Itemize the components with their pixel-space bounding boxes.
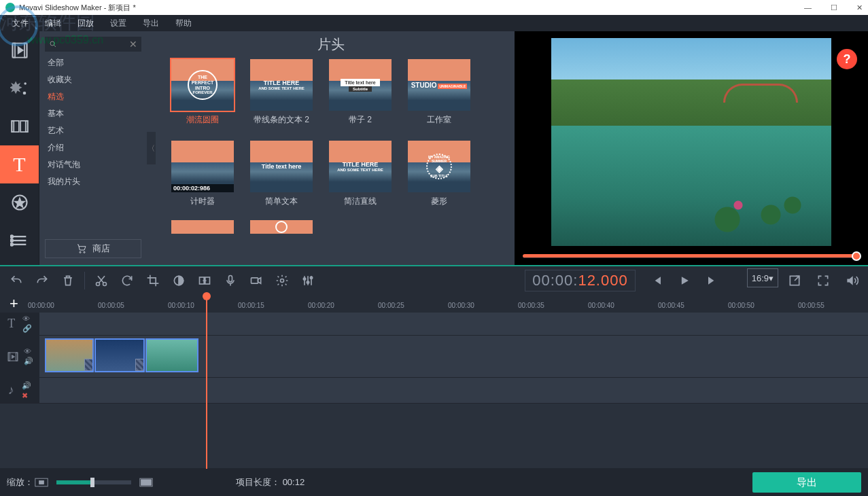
template-7[interactable]: MY AMAZING SUMMER◈SUB TITLE菱形 — [408, 141, 470, 206]
category-favorites[interactable]: 收藏夹 — [39, 71, 147, 88]
color-adjust-button[interactable] — [167, 268, 191, 293]
transition-wizard-button[interactable] — [192, 268, 217, 293]
clip-properties-button[interactable] — [270, 268, 294, 293]
svg-point-20 — [80, 251, 81, 253]
svg-rect-27 — [229, 276, 232, 282]
category-art[interactable]: 艺术 — [39, 122, 147, 139]
timeline: + 00:00:0000:00:0500:00:1000:00:1500:00:… — [0, 295, 868, 469]
svg-point-31 — [307, 281, 309, 283]
undo-button[interactable] — [4, 268, 29, 293]
aspect-ratio-button[interactable]: 16:9 ▾ — [747, 268, 778, 287]
add-track-button[interactable]: + — [0, 295, 28, 313]
prev-frame-button[interactable] — [645, 268, 670, 293]
menu-settings[interactable]: 设置 — [102, 15, 135, 31]
menu-export[interactable]: 导出 — [135, 15, 167, 31]
video-track-icon — [7, 351, 19, 363]
template-2[interactable]: Title text hereSubtitle带子 2 — [329, 59, 392, 124]
category-basic[interactable]: 基本 — [39, 105, 147, 122]
ruler-mark: 00:00:10 — [168, 299, 238, 309]
svg-point-18 — [50, 41, 54, 46]
template-8[interactable] — [171, 220, 234, 234]
search-icon — [49, 40, 57, 48]
tool-transitions[interactable] — [0, 107, 39, 145]
template-3[interactable]: STUDIOUNIMAGINABLE工作室 — [408, 59, 470, 124]
track-link-icon[interactable]: 🔗 — [22, 324, 32, 333]
svg-point-32 — [310, 277, 312, 279]
zoom-slider[interactable] — [56, 480, 131, 484]
volume-button[interactable] — [839, 268, 864, 293]
export-button[interactable]: 导出 — [752, 472, 861, 493]
preview-canvas[interactable] — [551, 38, 831, 246]
category-intro[interactable]: 介绍 — [39, 139, 147, 156]
ruler-mark: 00:00:55 — [798, 299, 868, 309]
svg-rect-1 — [12, 43, 15, 58]
template-4[interactable]: 00:00:02:986计时器 — [171, 141, 234, 206]
cut-button[interactable] — [89, 268, 114, 293]
svg-marker-3 — [18, 47, 22, 53]
timeline-clip[interactable] — [45, 338, 94, 372]
redo-button[interactable] — [30, 268, 54, 293]
panel-collapse-button[interactable]: 〈 — [147, 132, 156, 164]
template-1[interactable]: TITLE HEREAND SOME TEXT HERE带线条的文本 2 — [250, 59, 313, 124]
timecode-display[interactable]: 00:00:12.000 — [525, 270, 635, 291]
track-visibility-icon[interactable]: 👁 — [22, 315, 32, 323]
panel-title: 片头 — [171, 35, 490, 54]
store-button[interactable]: 商店 — [45, 239, 141, 258]
menu-playback[interactable]: 回放 — [69, 15, 102, 31]
next-frame-button[interactable] — [699, 268, 724, 293]
search-input[interactable]: ✕ — [45, 37, 141, 52]
menu-file[interactable]: 文件 — [4, 15, 37, 31]
template-0[interactable]: THE PERFECT INTROFOREVER潮流圆圈 — [171, 59, 234, 124]
template-6[interactable]: TITLE HEREAND SOME TEXT HERE简洁直线 — [329, 141, 392, 206]
tool-more[interactable] — [0, 222, 39, 260]
ruler-mark: 00:00:15 — [238, 299, 308, 309]
zoom-label: 缩放： — [7, 476, 33, 489]
equalizer-button[interactable] — [296, 268, 320, 293]
window-close-button[interactable]: ✕ — [856, 3, 863, 12]
template-9[interactable] — [250, 220, 313, 234]
zoom-in-button[interactable] — [138, 470, 154, 495]
help-button[interactable]: ? — [837, 49, 857, 69]
track-visibility-icon[interactable]: 👁 — [24, 347, 33, 355]
zoom-out-button[interactable] — [33, 470, 50, 495]
delete-button[interactable] — [56, 268, 80, 293]
window-minimize-button[interactable]: — — [804, 3, 812, 12]
detach-preview-button[interactable] — [782, 268, 807, 293]
template-5[interactable]: Title text here简单文本 — [250, 141, 313, 206]
cart-icon — [76, 243, 87, 254]
track-mute-icon[interactable]: 🔊 — [24, 357, 33, 366]
tool-filters[interactable] — [0, 69, 39, 107]
tool-stickers[interactable] — [0, 183, 39, 222]
window-maximize-button[interactable]: ☐ — [831, 3, 837, 12]
menu-edit[interactable]: 编辑 — [37, 15, 69, 31]
track-fx-icon[interactable]: ✖ — [22, 391, 31, 400]
rotate-button[interactable] — [115, 268, 139, 293]
timeline-clip[interactable] — [94, 338, 145, 372]
ruler-mark: 00:00:20 — [308, 299, 378, 309]
tool-media[interactable] — [0, 31, 39, 69]
transition-marker[interactable] — [84, 359, 94, 371]
timeline-clip[interactable] — [145, 338, 198, 372]
timeline-ruler[interactable]: 00:00:0000:00:0500:00:1000:00:1500:00:20… — [28, 299, 868, 309]
window-title: Movavi Slideshow Maker - 新项目 * — [19, 3, 136, 13]
play-button[interactable] — [672, 268, 697, 293]
ruler-mark: 00:00:30 — [448, 299, 518, 309]
svg-point-5 — [24, 82, 27, 85]
scrubber-handle[interactable] — [852, 251, 861, 261]
templates-panel: 片头 THE PERFECT INTROFOREVER潮流圆圈TITLE HER… — [147, 31, 515, 265]
menu-help[interactable]: 帮助 — [167, 15, 200, 31]
category-my-titles[interactable]: 我的片头 — [39, 173, 147, 190]
search-clear-button[interactable]: ✕ — [129, 39, 137, 50]
transition-marker[interactable] — [135, 359, 145, 371]
preview-scrubber[interactable] — [523, 250, 860, 262]
crop-button[interactable] — [141, 268, 165, 293]
tool-titles[interactable]: T — [0, 145, 39, 183]
category-speech[interactable]: 对话气泡 — [39, 156, 147, 173]
fullscreen-button[interactable] — [811, 268, 835, 293]
category-all[interactable]: 全部 — [39, 54, 147, 71]
playhead[interactable] — [206, 295, 207, 469]
record-video-button[interactable] — [244, 268, 268, 293]
category-featured[interactable]: 精选 — [39, 88, 147, 105]
track-mute-icon[interactable]: 🔊 — [22, 381, 31, 390]
record-audio-button[interactable] — [218, 268, 243, 293]
